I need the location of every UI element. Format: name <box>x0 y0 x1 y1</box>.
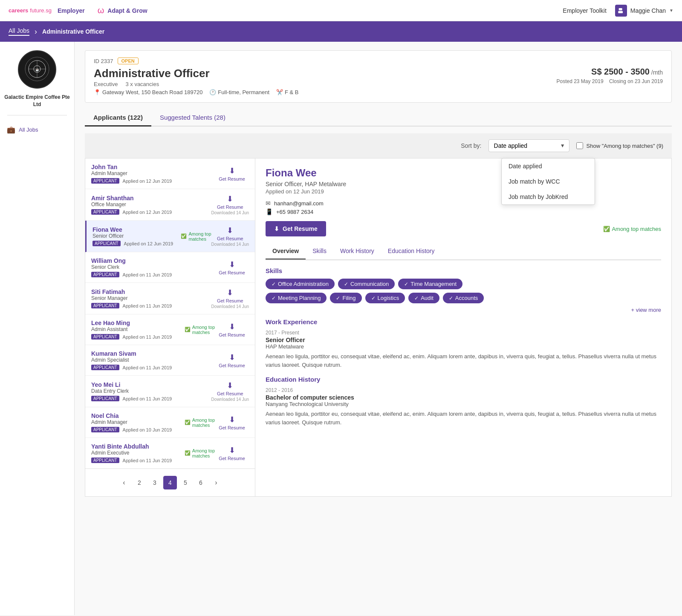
next-page-button[interactable]: › <box>209 476 223 489</box>
breadcrumb-all-jobs[interactable]: All Jobs <box>9 27 29 36</box>
lee-top-match-area: ✅ Among topmatches <box>185 325 215 335</box>
detail-tab-overview[interactable]: Overview <box>266 243 306 259</box>
detail-actions: ⬇ Get Resume ✅ Among top matches <box>266 221 661 236</box>
sidebar-item-all-jobs[interactable]: 💼 All Jobs <box>0 122 74 137</box>
applicant-card-fiona-wee[interactable]: Fiona Wee Senior Officer APPLICANT Appli… <box>85 221 255 252</box>
applicant-role: Admin Assistant <box>91 326 185 332</box>
skill-label: Audit <box>421 295 433 301</box>
applicant-meta: APPLICANT Applied on 11 Jun 2019 <box>91 458 185 463</box>
check-circle-icon: ✅ <box>185 420 191 425</box>
employer-toolkit-link[interactable]: Employer Toolkit <box>563 7 606 14</box>
prev-page-button[interactable]: ‹ <box>117 476 131 489</box>
get-resume-label: Get Resume <box>217 236 243 241</box>
applicant-card-kumaran-sivam[interactable]: Kumaran Sivam Admin Specialist APPLICANT… <box>85 345 255 376</box>
applicant-meta: APPLICANT Applied on 12 Jun 2019 <box>91 209 211 215</box>
company-logo: ☕ <box>18 50 56 89</box>
applicant-card-siti-fatimah[interactable]: Siti Fatimah Senior Manager APPLICANT Ap… <box>85 283 255 314</box>
skill-tag-accounts: ✓ Accounts <box>443 293 484 303</box>
applicant-card-right: ⬇ Get Resume Downloaded 14 Jun <box>211 288 249 309</box>
show-top-matches-label: Show "Among top matches" (9) <box>587 143 663 149</box>
careers-future-sg-text: future.sg <box>30 7 52 14</box>
applicant-card-yeo-mei-li[interactable]: Yeo Mei Li Data Entry Clerk APPLICANT Ap… <box>85 376 255 407</box>
get-resume-button[interactable]: ⬇ Get Resume <box>219 415 245 430</box>
page-button-2[interactable]: 2 <box>133 476 146 489</box>
applicant-card-left: John Tan Admin Manager APPLICANT Applied… <box>91 164 215 184</box>
top-match-text: Among topmatches <box>192 448 215 458</box>
applicant-card-left: Yeo Mei Li Data Entry Clerk APPLICANT Ap… <box>91 381 211 401</box>
skill-label: Time Management <box>410 281 457 287</box>
get-resume-button[interactable]: ⬇ Get Resume <box>217 194 243 210</box>
applicant-card-william-ong[interactable]: William Ong Senior Clerk APPLICANT Appli… <box>85 252 255 283</box>
top-navigation: careers future.sg Employer ω Adapt & Gro… <box>0 0 682 21</box>
page-button-4[interactable]: 4 <box>163 476 177 489</box>
applicant-name: Fiona Wee <box>92 226 181 233</box>
view-more-skills[interactable]: + view more <box>266 307 661 313</box>
applicant-name: Siti Fatimah <box>91 288 211 295</box>
get-resume-button[interactable]: ⬇ Get Resume <box>219 260 245 275</box>
applicant-card-yanti-binte[interactable]: Yanti Binte Abdullah Admin Executive APP… <box>85 438 255 469</box>
get-resume-button[interactable]: ⬇ Get Resume <box>217 381 243 396</box>
page-button-5[interactable]: 5 <box>179 476 192 489</box>
applicant-date: Applied on 10 Jun 2019 <box>123 427 172 432</box>
job-header-card: ID 2337 OPEN Administrative Officer Exec… <box>85 50 672 103</box>
get-resume-label: Get Resume <box>217 204 243 210</box>
check-circle-icon: ✅ <box>185 450 191 456</box>
applicant-badge: APPLICANT <box>92 241 121 246</box>
detail-tab-work-history[interactable]: Work History <box>333 243 381 259</box>
applicant-badge: APPLICANT <box>91 272 119 277</box>
sort-dropdown-item-date[interactable]: Date applied <box>502 158 595 174</box>
get-resume-button[interactable]: ⬇ Get Resume <box>219 353 245 368</box>
applicant-card-left: Yanti Binte Abdullah Admin Executive APP… <box>91 443 185 463</box>
get-resume-button[interactable]: ⬇ Get Resume <box>219 166 245 181</box>
email-icon: ✉ <box>266 200 271 207</box>
show-top-matches-wrap: Show "Among top matches" (9) <box>576 142 663 149</box>
get-resume-button[interactable]: ⬇ Get Resume <box>217 288 243 303</box>
sort-select[interactable]: Date applied Job match by WCC Job match … <box>488 139 569 152</box>
applicant-card-lee-hao-ming[interactable]: Lee Hao Ming Admin Assistant APPLICANT A… <box>85 314 255 345</box>
detail-tab-education-history[interactable]: Education History <box>381 243 442 259</box>
applicant-card-john-tan[interactable]: John Tan Admin Manager APPLICANT Applied… <box>85 158 255 189</box>
get-resume-button[interactable]: ⬇ Get Resume <box>219 322 245 337</box>
get-resume-large-button[interactable]: ⬇ Get Resume <box>266 221 326 236</box>
applicant-card-left: Amir Shanthan Office Manager APPLICANT A… <box>91 195 211 215</box>
job-work-type: Full-time, Permanent <box>218 89 269 95</box>
get-resume-label: Get Resume <box>219 176 245 181</box>
applicant-date: Applied on 11 Jun 2019 <box>123 272 172 277</box>
applicant-card-noel-chia[interactable]: Noel Chia Admin Manager APPLICANT Applie… <box>85 407 255 438</box>
get-resume-button[interactable]: ⬇ Get Resume <box>217 226 243 241</box>
sort-dropdown-item-jobkred[interactable]: Job match by JobKred <box>502 189 595 204</box>
detail-tab-skills[interactable]: Skills <box>306 243 333 259</box>
company-name: Galactic Empire Coffee Pte Ltd <box>0 94 74 108</box>
work-section-title: Work Experience <box>266 318 661 325</box>
employer-label[interactable]: Employer <box>58 7 85 14</box>
skill-tag-time-mgmt: ✓ Time Management <box>398 279 462 289</box>
get-resume-large-label: Get Resume <box>283 225 318 232</box>
tab-applicants[interactable]: Applicants (122) <box>85 109 151 127</box>
get-resume-label: Get Resume <box>219 270 245 275</box>
job-id-row: ID 2337 OPEN <box>94 58 663 64</box>
job-details-row: 📍 Gateway West, 150 Beach Road 189720 🕐 … <box>94 89 299 95</box>
tab-suggested-talents[interactable]: Suggested Talents (28) <box>151 109 234 126</box>
applicants-tab-label: Applicants <box>93 114 126 121</box>
detail-panel: Fiona Wee Senior Officer, HAP Metalware … <box>255 158 672 497</box>
edu-period: 2012 - 2016 <box>266 387 661 393</box>
applicant-name: Yanti Binte Abdullah <box>91 443 185 450</box>
adapt-grow-logo[interactable]: ω Adapt & Grow <box>98 6 147 15</box>
applicant-name: William Ong <box>91 257 215 264</box>
show-top-matches-checkbox[interactable] <box>576 142 583 149</box>
downloaded-text: Downloaded 14 Jun <box>211 242 249 247</box>
skill-check-icon: ✓ <box>336 295 340 301</box>
get-resume-button[interactable]: ⬇ Get Resume <box>219 446 245 461</box>
page-button-6[interactable]: 6 <box>194 476 208 489</box>
page-button-3[interactable]: 3 <box>148 476 162 489</box>
sort-dropdown-item-wcc[interactable]: Job match by WCC <box>502 174 595 189</box>
top-match-badge: ✅ Among topmatches <box>185 448 215 458</box>
detail-applied: Applied on 12 Jun 2019 <box>266 188 661 195</box>
applicant-card-right: ⬇ Get Resume <box>215 260 249 275</box>
applicant-card-amir-shanthan[interactable]: Amir Shanthan Office Manager APPLICANT A… <box>85 189 255 221</box>
user-info[interactable]: Maggie Chan ▼ <box>615 5 673 17</box>
skill-tag-office-admin: ✓ Office Administration <box>266 279 335 289</box>
svg-rect-0 <box>618 8 622 10</box>
sort-dropdown: Date applied Job match by WCC Job match … <box>501 158 595 205</box>
breadcrumb-current-page: Administrative Officer <box>42 28 104 35</box>
